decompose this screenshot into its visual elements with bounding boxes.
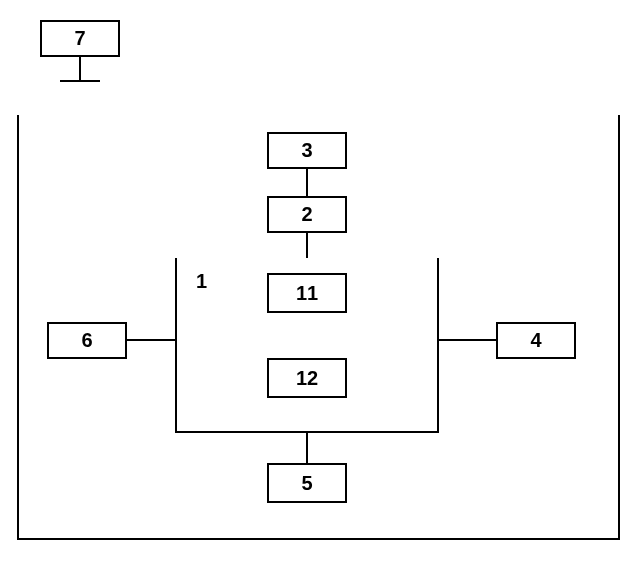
- outer-left-line: [17, 115, 19, 540]
- container-1-right: [437, 258, 439, 433]
- node-12-label: 12: [296, 367, 318, 390]
- connector-container-4: [439, 339, 496, 341]
- node-5: 5: [267, 463, 347, 503]
- node-12: 12: [267, 358, 347, 398]
- node-11: 11: [267, 273, 347, 313]
- node-7: 7: [40, 20, 120, 57]
- outer-bottom-line: [17, 538, 620, 540]
- connector-3-2: [306, 169, 308, 196]
- node-7-label: 7: [74, 27, 85, 50]
- outer-right-line: [618, 115, 620, 540]
- node-6-label: 6: [81, 329, 92, 352]
- connector-container-5: [306, 433, 308, 463]
- node-11-label: 11: [296, 282, 318, 305]
- container-1-label: 1: [196, 270, 207, 293]
- connector-6-container: [127, 339, 175, 341]
- node-4: 4: [496, 322, 576, 359]
- node-6: 6: [47, 322, 127, 359]
- node-7-stem: [79, 57, 81, 80]
- node-2-label: 2: [301, 203, 312, 226]
- container-1-left: [175, 258, 177, 433]
- connector-2-down: [306, 233, 308, 258]
- node-3: 3: [267, 132, 347, 169]
- node-2: 2: [267, 196, 347, 233]
- node-3-label: 3: [301, 139, 312, 162]
- node-4-label: 4: [530, 329, 541, 352]
- node-5-label: 5: [301, 472, 312, 495]
- node-7-cap: [60, 80, 100, 82]
